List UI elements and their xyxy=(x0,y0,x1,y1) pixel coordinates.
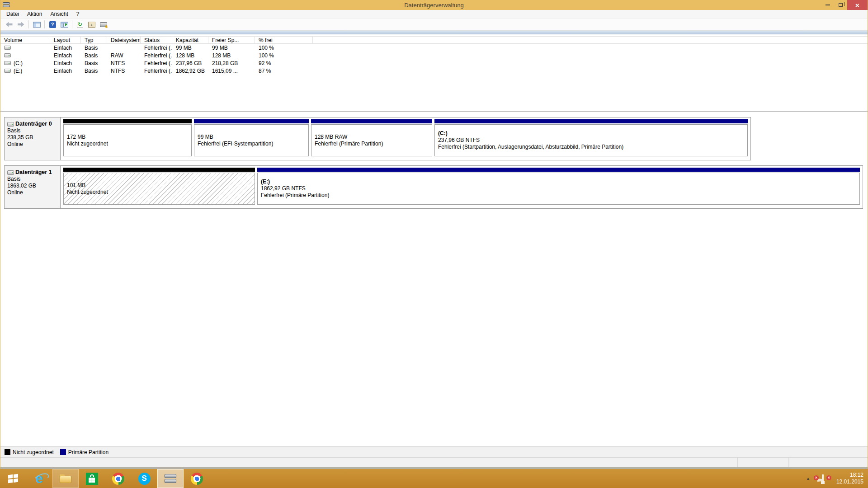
clock-date: 12.01.2015 xyxy=(836,479,863,485)
disk-management-icon xyxy=(165,474,176,483)
table-row[interactable]: EinfachBasisRAWFehlerfrei (...128 MB128 … xyxy=(0,52,868,59)
disk-type: Basis xyxy=(7,176,60,183)
legend-item: Primäre Partition xyxy=(60,449,108,455)
column-header-filler xyxy=(313,37,868,43)
legend-item: Nicht zugeordnet xyxy=(5,449,54,455)
partition[interactable]: 101 MBNicht zugeordnet xyxy=(63,168,255,205)
network-icon[interactable] xyxy=(822,475,824,482)
refresh-button[interactable]: ↻ xyxy=(75,19,85,29)
properties-button[interactable] xyxy=(86,19,97,29)
menu-item-help[interactable]: ? xyxy=(72,10,84,18)
cell-kapazitaet: 99 MB xyxy=(172,44,208,52)
partition-e[interactable]: (E:)1862,92 GB NTFSFehlerfrei (Primäre P… xyxy=(257,168,860,205)
partition-size: 237,96 GB NTFS xyxy=(438,137,747,144)
partition-size: 1862,92 GB NTFS xyxy=(261,185,859,192)
partition-body[interactable]: 101 MBNicht zugeordnet xyxy=(63,173,255,205)
taskbar-item-chrome-2[interactable] xyxy=(184,469,210,488)
refresh-icon: ↻ xyxy=(77,21,83,28)
forward-icon xyxy=(18,22,24,27)
table-row[interactable]: EinfachBasisFehlerfrei (...99 MB99 MB100… xyxy=(0,44,868,52)
cell-freier: 218,28 GB xyxy=(208,59,255,67)
disk-row-0: Datenträger 0Basis238,35 GBOnline172 MBN… xyxy=(4,117,751,160)
action-pane-button[interactable] xyxy=(59,19,70,29)
disk-info-0[interactable]: Datenträger 0Basis238,35 GBOnline xyxy=(5,117,61,160)
taskbar-item-internet-explorer[interactable]: e xyxy=(26,469,52,488)
column-header-volume[interactable]: Volume xyxy=(0,37,50,43)
clock-time: 18:12 xyxy=(836,472,863,479)
minimize-button[interactable] xyxy=(821,0,834,10)
disk-info-1[interactable]: Datenträger 1Basis1863,02 GBOnline xyxy=(5,166,61,208)
disk-strip-1: 101 MBNicht zugeordnet(E:)1862,92 GB NTF… xyxy=(61,166,863,208)
close-button[interactable]: × xyxy=(847,0,868,10)
partition-status: Fehlerfrei (Primäre Partition) xyxy=(315,141,432,147)
chrome-icon xyxy=(191,473,203,485)
partition-body[interactable]: 99 MBFehlerfrei (EFI-Systempartition) xyxy=(194,124,309,156)
partition[interactable]: 99 MBFehlerfrei (EFI-Systempartition) xyxy=(194,119,309,156)
console-tree-button[interactable] xyxy=(31,19,42,29)
toolbar-separator xyxy=(72,20,72,28)
column-header-typ[interactable]: Typ xyxy=(81,37,107,43)
legend-label: Nicht zugeordnet xyxy=(13,449,54,455)
cell-volume xyxy=(0,52,50,59)
cell-freier: 1615,09 ... xyxy=(208,67,255,75)
disk-status: Online xyxy=(7,189,60,196)
cell-typ: Basis xyxy=(81,67,107,75)
cell-status: Fehlerfrei (... xyxy=(141,44,172,52)
partition-body[interactable]: (C:)237,96 GB NTFSFehlerfrei (Startparti… xyxy=(434,124,748,156)
partition[interactable]: 172 MBNicht zugeordnet xyxy=(63,119,192,156)
menu-item-datei[interactable]: Datei xyxy=(2,10,23,18)
rescan-disks-button[interactable] xyxy=(98,19,109,29)
table-row[interactable]: (E:)EinfachBasisNTFSFehlerfrei (...1862,… xyxy=(0,67,868,75)
cell-freier: 99 MB xyxy=(208,44,255,52)
taskbar-item-start[interactable] xyxy=(0,469,26,488)
taskbar-item-windows-store[interactable] xyxy=(79,469,105,488)
disk-name: Datenträger 0 xyxy=(7,121,60,127)
partition[interactable]: 128 MB RAWFehlerfrei (Primäre Partition) xyxy=(311,119,432,156)
titlebar: Datenträgerverwaltung × xyxy=(0,0,868,10)
taskbar-item-chrome[interactable] xyxy=(105,469,131,488)
disk-type: Basis xyxy=(7,127,60,134)
column-header-status[interactable]: Status xyxy=(141,37,172,43)
taskbar-item-file-explorer[interactable] xyxy=(52,469,79,488)
volume-icon xyxy=(4,69,11,73)
back-button[interactable] xyxy=(4,19,14,29)
partition-status: Nicht zugeordnet xyxy=(67,141,191,147)
system-tray: ▲ × × 18:12 12.01.2015 xyxy=(806,472,868,485)
cell-kapazitaet: 1862,92 GB xyxy=(172,67,208,75)
volume-icon xyxy=(4,46,11,50)
cell-freier: 128 MB xyxy=(208,52,255,59)
partition-body[interactable]: 128 MB RAWFehlerfrei (Primäre Partition) xyxy=(311,124,432,156)
cell-layout: Einfach xyxy=(50,59,81,67)
partition-body[interactable]: 172 MBNicht zugeordnet xyxy=(63,124,192,156)
cell-volume: (E:) xyxy=(0,67,50,75)
tray-chevron-icon[interactable]: ▲ xyxy=(806,476,810,481)
cell-filler xyxy=(313,52,868,59)
partition-status: Nicht zugeordnet xyxy=(67,189,255,196)
taskbar-item-disk-management[interactable] xyxy=(157,469,184,488)
column-header-layout[interactable]: Layout xyxy=(50,37,81,43)
back-icon xyxy=(6,22,13,27)
table-row[interactable]: (C:)EinfachBasisNTFSFehlerfrei (...237,9… xyxy=(0,59,868,67)
cell-dateisystem: NTFS xyxy=(107,59,141,67)
disk-row-1: Datenträger 1Basis1863,02 GBOnline101 MB… xyxy=(4,165,863,209)
cell-layout: Einfach xyxy=(50,44,81,52)
clock[interactable]: 18:12 12.01.2015 xyxy=(836,472,863,485)
disk-size: 1863,02 GB xyxy=(7,183,60,189)
cell-frei_pct: 87 % xyxy=(255,67,313,75)
cell-filler xyxy=(313,67,868,75)
cell-typ: Basis xyxy=(81,52,107,59)
column-header-kapazit-t[interactable]: Kapazität xyxy=(172,37,208,43)
menu-item-ansicht[interactable]: Ansicht xyxy=(46,10,72,18)
column-header-freier-sp-[interactable]: Freier Sp... xyxy=(208,37,255,43)
restore-button[interactable] xyxy=(834,0,847,10)
help-button[interactable]: ? xyxy=(47,19,58,29)
menu-item-aktion[interactable]: Aktion xyxy=(23,10,46,18)
partition-c[interactable]: (C:)237,96 GB NTFSFehlerfrei (Startparti… xyxy=(434,119,748,156)
column-header-%-frei[interactable]: % frei xyxy=(255,37,313,43)
column-header-dateisystem[interactable]: Dateisystem xyxy=(107,37,141,43)
partition-body[interactable]: (E:)1862,92 GB NTFSFehlerfrei (Primäre P… xyxy=(257,173,860,205)
forward-button[interactable] xyxy=(15,19,26,29)
taskbar-item-skype[interactable]: S xyxy=(131,469,157,488)
skype-icon: S xyxy=(138,473,151,485)
cell-dateisystem: NTFS xyxy=(107,67,141,75)
